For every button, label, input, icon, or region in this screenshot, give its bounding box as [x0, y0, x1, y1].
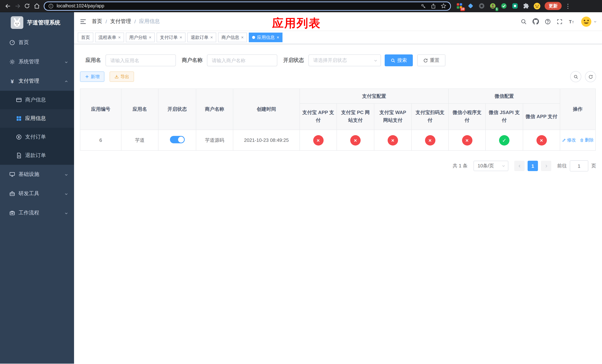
extension-dark-circle-icon[interactable]	[478, 2, 485, 10]
search-icon	[573, 74, 578, 79]
help-icon[interactable]	[545, 18, 551, 25]
sidebar-item-dev-tools[interactable]: 研发工具	[0, 184, 74, 203]
chevron-right-icon	[544, 164, 548, 168]
extension-badge: 10	[460, 7, 465, 11]
sidebar-item-refund-orders[interactable]: 退款订单	[0, 146, 74, 165]
github-icon[interactable]	[532, 18, 539, 25]
extension-check-icon[interactable]	[500, 2, 508, 10]
sidebar-item-pay-orders[interactable]: 支付订单	[0, 128, 74, 146]
extension-puzzle-icon[interactable]	[522, 2, 530, 10]
tab-user-group[interactable]: 用户分组×	[126, 32, 155, 42]
total-count: 共 1 条	[453, 162, 468, 169]
col-status: 开启状态	[158, 89, 196, 130]
col-app-id: 应用编号	[80, 89, 121, 130]
next-page-button[interactable]	[541, 161, 551, 171]
wechat-app-status-icon: ×	[536, 135, 547, 145]
page-unit-label: 页	[591, 162, 596, 169]
col-actions: 操作	[560, 89, 595, 130]
profile-avatar-icon[interactable]	[533, 2, 541, 10]
sidebar-item-merchant-info[interactable]: 商户信息	[0, 91, 74, 109]
gear-icon	[9, 59, 15, 65]
reload-button[interactable]	[22, 1, 32, 11]
browser-menu-icon[interactable]: ⋮	[565, 2, 571, 10]
page-number-1[interactable]: 1	[527, 161, 538, 171]
logo-avatar	[11, 16, 23, 29]
fullscreen-icon[interactable]	[557, 18, 563, 25]
tab-pay-orders[interactable]: 支付订单×	[157, 32, 185, 42]
merchant-name-input[interactable]	[207, 54, 277, 66]
alipay-wap-status-icon: ×	[388, 135, 398, 145]
col-alipay-wap: 支付宝 WAP 网站支付	[374, 104, 411, 130]
sidebar-item-payment[interactable]: ¥ 支付管理	[0, 72, 74, 91]
sidebar-item-home[interactable]: 首页	[0, 33, 74, 52]
tab-home[interactable]: 首页	[78, 32, 93, 42]
breadcrumb-payment[interactable]: 支付管理	[110, 18, 131, 25]
toggle-search-button[interactable]	[570, 71, 581, 82]
site-info-icon[interactable]	[48, 3, 54, 9]
back-button[interactable]	[3, 1, 13, 11]
chevron-down-icon	[64, 171, 68, 177]
chevron-down-icon	[64, 59, 68, 65]
sidebar-item-workflow[interactable]: 工作流程	[0, 203, 74, 223]
tab-refund-orders[interactable]: 退款订单×	[187, 32, 216, 42]
close-icon[interactable]: ×	[180, 35, 182, 40]
prev-page-button[interactable]	[514, 161, 525, 171]
user-menu[interactable]	[581, 16, 597, 27]
tab-merchant-info[interactable]: 商户信息×	[218, 32, 247, 42]
reset-button[interactable]: 重置	[417, 54, 445, 66]
app-logo[interactable]: 芋道管理系统	[0, 12, 74, 33]
page-content: 应用名 商户名称 开启状态 请选择开启状态	[74, 44, 602, 171]
forward-button[interactable]	[13, 1, 22, 11]
extension-grid-icon[interactable]: 10	[455, 2, 463, 10]
close-icon[interactable]: ×	[118, 35, 121, 40]
export-button[interactable]: 导出	[110, 72, 134, 82]
tab-bar: 首页 流程表单× 用户分组× 支付订单× 退款订单× 商户信息× 应用信息×	[74, 31, 602, 44]
close-icon[interactable]: ×	[241, 35, 244, 40]
sidebar-item-system[interactable]: 系统管理	[0, 52, 74, 72]
delete-link[interactable]: 删除	[580, 137, 594, 143]
close-icon[interactable]: ×	[210, 35, 213, 40]
wechat-mini-status-icon: ×	[462, 135, 472, 145]
url-bar[interactable]: localhost:1024/pay/app	[44, 1, 451, 11]
sidebar-item-infrastructure[interactable]: 基础设施	[0, 165, 74, 184]
active-dot	[252, 36, 255, 39]
share-icon[interactable]	[430, 3, 436, 9]
search-button[interactable]: 搜索	[385, 54, 413, 66]
extension-avatar-icon[interactable]: 1	[489, 2, 496, 10]
extension-chat-icon[interactable]	[511, 2, 519, 10]
search-icon[interactable]	[521, 18, 527, 25]
close-icon[interactable]: ×	[277, 35, 279, 40]
briefcase-icon	[9, 210, 15, 216]
col-wechat-app: 微信 APP 支付	[523, 104, 560, 130]
breadcrumb-current: 应用信息	[139, 18, 160, 25]
home-button[interactable]	[32, 1, 42, 11]
add-button[interactable]: 新增	[80, 72, 104, 82]
tab-process-form[interactable]: 流程表单×	[95, 32, 124, 42]
goto-page-input[interactable]	[570, 160, 588, 171]
refresh-table-button[interactable]	[585, 71, 596, 82]
table-row: 6 芋道 芋道源码 2021-10-23 08:49:25 × × × × ×	[80, 130, 595, 150]
font-size-icon[interactable]: TT	[568, 18, 575, 25]
status-toggle[interactable]	[170, 136, 184, 143]
status-select[interactable]: 请选择开启状态	[308, 54, 381, 66]
app-table: 应用编号 应用名 开启状态 商户名称 创建时间 支付宝配置 微信配置 操作 支付…	[80, 88, 596, 151]
extension-diamond-icon[interactable]	[466, 2, 474, 10]
breadcrumb-home[interactable]: 首页	[92, 18, 102, 25]
bookmark-star-icon[interactable]	[441, 3, 447, 9]
edit-link[interactable]: 修改	[562, 137, 576, 143]
col-alipay-pc: 支付宝 PC 网站支付	[337, 104, 374, 130]
app-name-input[interactable]	[106, 54, 176, 66]
password-key-icon[interactable]	[420, 3, 426, 9]
close-icon[interactable]: ×	[149, 35, 151, 40]
cell-app-name: 芋道	[121, 130, 158, 150]
page-size-select[interactable]: 10条/页	[473, 161, 508, 171]
sidebar-collapse-icon[interactable]	[80, 18, 87, 25]
chevron-down-icon	[64, 210, 68, 216]
col-wechat-jsapi: 微信 JSAPI 支付	[485, 104, 523, 130]
url-text[interactable]: localhost:1024/pay/app	[57, 3, 104, 9]
sidebar: 芋道管理系统 首页 系统管理 ¥ 支付管理	[0, 12, 74, 364]
sidebar-item-app-info[interactable]: 应用信息	[0, 109, 74, 128]
tab-app-info[interactable]: 应用信息×	[249, 32, 282, 42]
browser-update-button[interactable]: 更新	[545, 2, 562, 10]
cell-app-id: 6	[80, 130, 121, 150]
